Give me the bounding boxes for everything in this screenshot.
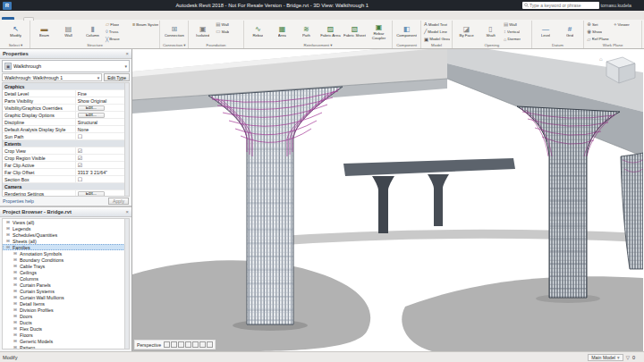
active-workset-dropdown[interactable]: Main Model ▾ xyxy=(588,354,623,361)
ribbon-button[interactable]: ▣ Isolated xyxy=(191,21,215,43)
property-value[interactable] xyxy=(76,140,129,147)
ribbon-button[interactable]: ▯ Shaft xyxy=(479,21,503,43)
revit-logo-icon[interactable]: R xyxy=(3,2,12,10)
tree-item[interactable]: ⊞ Views (all) xyxy=(3,219,129,225)
tree-item[interactable]: ⊞ Cable Trays xyxy=(3,263,129,269)
tree-expander-icon[interactable]: ⊞ xyxy=(5,239,11,243)
search-input[interactable] xyxy=(530,3,597,9)
property-value[interactable]: 3313' 3 21/64" xyxy=(76,169,129,175)
ribbon-button[interactable]: ◪ By Face xyxy=(454,21,479,43)
property-value[interactable]: Show Original xyxy=(76,97,129,104)
ribbon-button[interactable]: ≡ Beam System xyxy=(131,21,158,28)
tree-item[interactable]: ⊞ Ducts xyxy=(3,319,129,325)
ribbon-tab[interactable] xyxy=(2,17,14,20)
tree-item[interactable]: ⊞ Detail Items xyxy=(3,300,129,307)
ribbon-tab[interactable] xyxy=(34,18,43,20)
tree-expander-icon[interactable]: ⊞ xyxy=(13,339,18,343)
property-value[interactable]: Edit... xyxy=(78,191,105,197)
ribbon-tab[interactable] xyxy=(114,18,123,20)
tree-expander-icon[interactable]: ⊞ xyxy=(5,226,11,231)
drawing-area[interactable]: ⌂ Perspective xyxy=(132,49,644,351)
tree-expander-icon[interactable]: ⊞ xyxy=(5,220,11,224)
ribbon-button[interactable]: — Level xyxy=(534,21,558,43)
ribbon-button[interactable]: ▭ Slab xyxy=(215,28,242,35)
property-value[interactable]: ☐ xyxy=(76,133,129,139)
view-scale-label[interactable]: Perspective xyxy=(137,342,161,348)
tree-expander-icon[interactable]: ⊞ xyxy=(13,276,18,281)
view-control-icon[interactable] xyxy=(178,341,184,348)
ribbon-button[interactable]: ⌖ Viewer xyxy=(613,21,640,28)
ribbon-button[interactable]: ▣ Model Group xyxy=(423,36,450,43)
tree-expander-icon[interactable]: ⊞ xyxy=(13,326,18,331)
ribbon-tab[interactable] xyxy=(52,18,61,20)
ribbon-button[interactable]: ◊ Truss xyxy=(105,28,131,35)
ribbon-tab[interactable] xyxy=(14,18,23,20)
tree-expander-icon[interactable]: ⊟ xyxy=(5,245,11,249)
ribbon-tab[interactable] xyxy=(97,18,106,20)
close-icon[interactable]: × xyxy=(126,209,129,215)
property-value[interactable]: Edit... xyxy=(78,105,105,111)
filter-icon[interactable]: ▽ xyxy=(626,355,630,360)
ribbon-button[interactable]: ▨ Fabric Area xyxy=(318,21,343,43)
signed-in-user[interactable]: tomasu.kudela xyxy=(601,3,631,8)
tree-item[interactable]: ⊟ Families xyxy=(3,244,129,250)
close-icon[interactable]: × xyxy=(126,51,129,56)
tree-item[interactable]: ⊞ Pattern xyxy=(3,344,129,349)
property-value[interactable]: ☑ xyxy=(76,147,129,154)
tree-item[interactable]: ⊞ Curtain Systems xyxy=(3,288,129,294)
ribbon-button[interactable]: ◧ Component xyxy=(394,21,419,43)
tree-expander-icon[interactable]: ⊞ xyxy=(13,295,18,299)
rebar-pier-far-right[interactable] xyxy=(621,153,643,269)
tree-item[interactable]: ⊞ Division Profiles xyxy=(3,307,129,313)
tree-expander-icon[interactable]: ⊞ xyxy=(13,282,18,287)
tree-item[interactable]: ⊞ Sheets (all) xyxy=(3,238,129,244)
ribbon-tab[interactable] xyxy=(61,18,70,20)
property-value[interactable]: Structural xyxy=(76,119,129,125)
view-control-icon[interactable] xyxy=(164,341,170,348)
view-control-icon[interactable] xyxy=(171,341,177,348)
ribbon-button[interactable]: ▤ Wall xyxy=(503,21,530,28)
tree-expander-icon[interactable]: ⊞ xyxy=(13,320,18,324)
view-control-icon[interactable] xyxy=(199,341,206,348)
tree-expander-icon[interactable]: ⊞ xyxy=(13,301,18,306)
ribbon-tab[interactable] xyxy=(106,18,114,20)
view-control-icon[interactable] xyxy=(185,341,191,348)
3d-canvas[interactable]: ⌂ xyxy=(132,49,643,351)
tree-expander-icon[interactable]: ⊞ xyxy=(13,270,18,274)
tree-expander-icon[interactable]: ⊞ xyxy=(13,257,18,262)
ribbon-tab[interactable] xyxy=(43,18,52,20)
tree-expander-icon[interactable]: ⊞ xyxy=(13,289,18,293)
type-dropdown[interactable]: Walkthrough: Walkthrough 1 ▾ xyxy=(2,73,102,81)
distant-bridge[interactable] xyxy=(343,158,515,233)
properties-help-link[interactable]: Properties help xyxy=(3,198,34,204)
ribbon-button[interactable]: ▮ Column xyxy=(80,21,105,43)
tree-item[interactable]: ⊞ Legends xyxy=(3,225,129,232)
property-value[interactable]: None xyxy=(76,126,129,132)
ribbon-button[interactable]: ╳ Brace xyxy=(105,36,131,43)
property-value[interactable]: ☑ xyxy=(76,162,129,168)
tree-item[interactable]: ⊞ Doors xyxy=(3,313,129,319)
ribbon-button[interactable]: ∿ Rebar xyxy=(246,21,270,43)
tree-expander-icon[interactable]: ⊞ xyxy=(13,307,18,312)
property-value[interactable]: ☑ xyxy=(76,155,129,161)
tree-item[interactable]: ⊞ Flex Ducts xyxy=(3,325,129,332)
ribbon-button[interactable]: A Model Text xyxy=(423,21,450,28)
ribbon-button[interactable]: ▱ Ref Plane xyxy=(586,36,613,43)
tree-item[interactable]: ⊞ Annotation Symbols xyxy=(3,250,129,257)
element-type-selector[interactable]: ▣ Walkthrough ▾ xyxy=(2,60,130,72)
ribbon-button[interactable]: ≋ Path xyxy=(294,21,318,43)
tree-item[interactable]: ⊞ Ceilings xyxy=(3,269,129,275)
ribbon-button[interactable]: ▦ Area xyxy=(270,21,294,43)
ribbon-button[interactable]: ▣ Rebar Coupler xyxy=(367,21,391,43)
tree-item[interactable]: ⊞ Schedules/Quantities xyxy=(3,232,129,238)
property-value[interactable] xyxy=(76,183,129,189)
property-value[interactable]: Fine xyxy=(76,90,129,97)
view-control-icon[interactable] xyxy=(207,341,213,348)
tree-item[interactable]: ⊞ Curtain Panels xyxy=(3,282,129,288)
tree-item[interactable]: ⊞ Boundary Conditions xyxy=(3,257,129,263)
ribbon-button[interactable]: ↕ Vertical xyxy=(503,28,530,35)
tree-item[interactable]: ⊞ Generic Models xyxy=(3,338,129,344)
ribbon-button[interactable]: # Grid xyxy=(558,21,582,43)
ribbon-button[interactable]: ▧ Fabric Sheet xyxy=(343,21,367,43)
tree-item[interactable]: ⊞ Columns xyxy=(3,275,129,282)
